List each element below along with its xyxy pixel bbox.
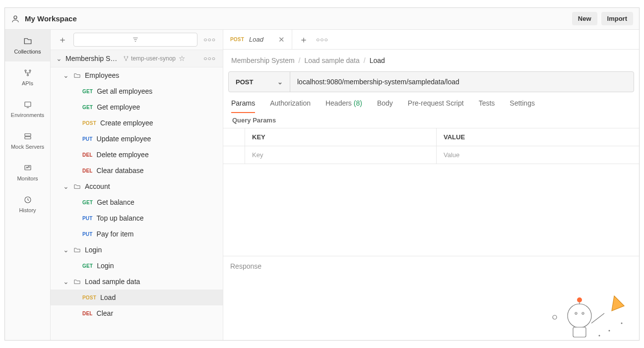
tab-settings[interactable]: Settings	[510, 99, 535, 113]
collection-header[interactable]: ⌄ Membership Sys... temp-user-synop ☆ ○○…	[51, 50, 223, 67]
svg-rect-4	[25, 102, 31, 107]
collection-more-button[interactable]: ○○○	[201, 53, 218, 64]
folder-row[interactable]: ⌄Load sample data	[51, 274, 223, 290]
folder-name: Load sample data	[85, 278, 140, 286]
folder-row[interactable]: ⌄Login	[51, 242, 223, 258]
request-row[interactable]: GETLogin	[51, 258, 223, 274]
folder-name: Account	[85, 182, 110, 190]
param-key-input[interactable]	[252, 151, 429, 159]
method-badge: POST	[82, 295, 96, 300]
nav-strip: Collections APIs Environments Mock Serve…	[5, 30, 51, 340]
nav-collections[interactable]: Collections	[5, 30, 50, 61]
request-tabs: Params Authorization Headers (8) Body Pr…	[223, 92, 639, 113]
svg-rect-5	[25, 134, 31, 136]
folder-icon	[73, 72, 81, 79]
request-row[interactable]: PUTPay for item	[51, 226, 223, 242]
method-badge: DEL	[82, 168, 93, 174]
request-row[interactable]: GETGet balance	[51, 194, 223, 210]
breadcrumb-collection[interactable]: Membership System	[231, 57, 295, 64]
params-table: KEY VALUE	[223, 128, 639, 164]
request-name: Login	[97, 262, 114, 270]
collection-tree: ⌄EmployeesGETGet all employeesGETGet emp…	[51, 67, 223, 340]
folder-name: Login	[85, 246, 102, 254]
collections-sidebar: ＋ ○○○ ⌄ Membership Sys... temp-user-syno…	[51, 30, 223, 340]
request-name: Clear	[97, 309, 113, 317]
method-badge: PUT	[82, 232, 93, 237]
method-badge: GET	[82, 105, 93, 110]
request-row[interactable]: DELClear	[51, 305, 223, 321]
history-icon	[23, 195, 32, 204]
chevron-down-icon: ⌄	[63, 71, 69, 79]
method-badge: GET	[82, 200, 93, 205]
nav-history[interactable]: History	[5, 188, 50, 220]
nav-mock-servers[interactable]: Mock Servers	[5, 125, 50, 157]
chevron-down-icon: ⌄	[56, 55, 63, 62]
person-icon	[11, 14, 20, 23]
breadcrumb-folder[interactable]: Load sample data	[304, 57, 359, 64]
tab-prerequest[interactable]: Pre-request Script	[408, 99, 464, 113]
method-badge: POST	[82, 120, 96, 126]
fork-icon	[123, 56, 129, 61]
request-row[interactable]: DELDelete employee	[51, 147, 223, 163]
svg-rect-6	[25, 137, 31, 139]
star-icon[interactable]: ☆	[179, 54, 185, 63]
svg-point-11	[126, 60, 127, 61]
svg-point-9	[124, 57, 125, 58]
folder-icon	[73, 246, 81, 254]
param-value-input[interactable]	[444, 151, 632, 159]
folder-row[interactable]: ⌄Account	[51, 178, 223, 194]
top-bar: My Workspace New Import	[5, 8, 639, 30]
svg-point-10	[127, 57, 128, 58]
new-tab-button[interactable]: ＋	[299, 34, 308, 46]
request-row[interactable]: PUTTop up balance	[51, 210, 223, 226]
workspace-selector[interactable]: My Workspace	[11, 14, 77, 23]
nav-environments[interactable]: Environments	[5, 93, 50, 125]
request-name: Create employee	[100, 119, 153, 127]
svg-point-2	[29, 70, 31, 71]
request-row[interactable]: GETGet employee	[51, 99, 223, 115]
workspace-name: My Workspace	[25, 14, 77, 23]
tab-authorization[interactable]: Authorization	[270, 99, 311, 113]
filter-input[interactable]	[73, 33, 197, 47]
nav-apis[interactable]: APIs	[5, 61, 50, 93]
method-select[interactable]: POST ⌄	[229, 72, 290, 92]
close-icon[interactable]: ✕	[278, 35, 285, 44]
apis-icon	[23, 68, 32, 77]
tab-body[interactable]: Body	[377, 99, 393, 113]
request-row[interactable]: POSTCreate employee	[51, 115, 223, 131]
svg-point-0	[14, 16, 17, 19]
method-badge: GET	[82, 89, 93, 94]
branch-chip[interactable]: temp-user-synop	[123, 55, 176, 62]
method-badge: DEL	[82, 152, 93, 158]
chevron-down-icon: ⌄	[63, 278, 69, 286]
url-input[interactable]	[290, 72, 634, 92]
request-row[interactable]: GETGet all employees	[51, 83, 223, 99]
svg-rect-17	[573, 327, 586, 337]
sidebar-more-button[interactable]: ○○○	[201, 34, 218, 45]
tab-headers[interactable]: Headers (8)	[325, 99, 362, 113]
svg-point-21	[599, 335, 600, 337]
nav-monitors[interactable]: Monitors	[5, 157, 50, 188]
import-button[interactable]: Import	[601, 12, 633, 25]
folder-icon	[73, 278, 81, 286]
tab-params[interactable]: Params	[231, 99, 255, 113]
chevron-down-icon: ⌄	[63, 182, 69, 190]
request-name: Clear database	[97, 167, 144, 174]
filter-icon	[132, 36, 139, 43]
request-name: Get employee	[97, 103, 140, 111]
folder-row[interactable]: ⌄Employees	[51, 67, 223, 83]
add-collection-button[interactable]: ＋	[56, 33, 69, 47]
request-row[interactable]: PUTUpdate employee	[51, 131, 223, 147]
request-row[interactable]: DELClear database	[51, 163, 223, 178]
method-badge: PUT	[82, 136, 93, 142]
request-name: Delete employee	[97, 151, 149, 159]
request-row[interactable]: POSTLoad	[51, 290, 223, 305]
new-button[interactable]: New	[572, 12, 597, 25]
tab-tests[interactable]: Tests	[479, 99, 495, 113]
environments-icon	[23, 100, 32, 109]
tab-more-button[interactable]: ○○○	[316, 36, 328, 43]
mock-servers-icon	[23, 132, 32, 141]
request-tab[interactable]: POST Load ✕	[223, 30, 292, 49]
breadcrumb-current: Load	[370, 57, 385, 64]
col-value: VALUE	[437, 128, 639, 146]
